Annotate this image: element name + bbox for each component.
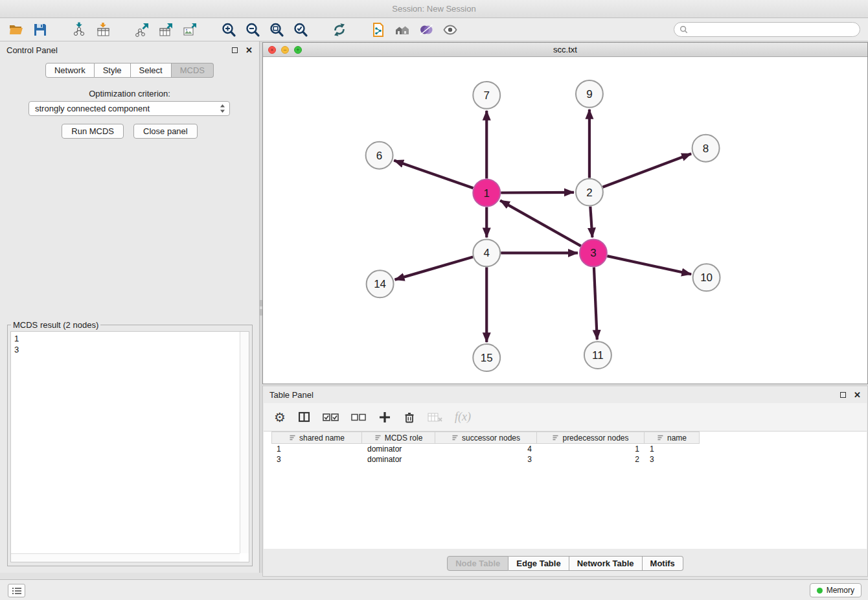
svg-text:1: 1	[484, 187, 490, 200]
memory-button[interactable]: Memory	[810, 583, 862, 597]
optimization-label: Optimization criterion:	[0, 89, 259, 98]
zoom-out-button[interactable]	[243, 21, 262, 39]
import-network-icon	[71, 22, 87, 38]
import-network-button[interactable]	[69, 21, 89, 39]
task-history-button[interactable]	[8, 584, 25, 597]
show-graphics-details-button[interactable]	[440, 21, 460, 39]
graph-edge-4-14[interactable]	[395, 257, 474, 279]
search-input[interactable]	[691, 25, 854, 34]
delete-table-button-disabled[interactable]	[428, 412, 443, 422]
float-table-panel-icon[interactable]	[840, 392, 846, 398]
graph-node-1[interactable]: 1	[473, 179, 500, 207]
tab-select[interactable]: Select	[131, 63, 172, 78]
graph-edge-2-3[interactable]	[590, 207, 592, 238]
network-window-titlebar[interactable]: × − + scc.txt	[263, 43, 867, 57]
select-all-columns-button[interactable]	[323, 412, 339, 422]
column-header-mcds-role[interactable]: MCDS role	[362, 432, 435, 444]
graph-node-4[interactable]: 4	[473, 239, 500, 266]
graph-edge-3-11[interactable]	[594, 267, 597, 340]
tab-network[interactable]: Network	[45, 63, 95, 78]
open-session-button[interactable]	[6, 21, 26, 39]
zoom-fit-button[interactable]	[267, 21, 286, 39]
export-network-icon	[134, 22, 150, 38]
export-table-button[interactable]	[156, 21, 176, 39]
graph-node-11[interactable]: 11	[584, 341, 611, 369]
zoom-in-button[interactable]	[219, 21, 238, 39]
tab-network-table[interactable]: Network Table	[569, 556, 643, 571]
table-row[interactable]: 3dominator323	[271, 454, 867, 465]
table-settings-button[interactable]: ⚙	[274, 411, 286, 424]
table-cell: 3	[271, 454, 362, 465]
column-header-shared-name[interactable]: shared name	[271, 432, 362, 444]
minimize-window-icon[interactable]: −	[281, 46, 289, 54]
create-column-button[interactable]	[378, 411, 391, 424]
graph-edge-2-8[interactable]	[602, 154, 691, 187]
tab-motifs[interactable]: Motifs	[643, 556, 683, 571]
export-network-button[interactable]	[132, 21, 152, 39]
run-mcds-button[interactable]: Run MCDS	[62, 124, 124, 139]
criterion-dropdown[interactable]: strongly connected component	[29, 101, 230, 116]
graph-node-10[interactable]: 10	[693, 264, 720, 291]
control-panel: Control Panel ✕ NetworkStyleSelectMCDS O…	[0, 41, 260, 573]
clone-network-button[interactable]	[369, 21, 388, 39]
column-header-name[interactable]: name	[645, 432, 700, 444]
close-panel-button[interactable]: Close panel	[133, 124, 198, 139]
graph-node-3[interactable]: 3	[580, 239, 607, 266]
window-title: Session: New Session	[0, 0, 868, 18]
graph-node-8[interactable]: 8	[692, 135, 720, 162]
show-columns-button[interactable]	[297, 410, 311, 424]
mcds-result-title: MCDS result (2 nodes)	[11, 320, 100, 330]
result-vertical-scrollbar[interactable]	[240, 332, 249, 553]
network-canvas[interactable]: 1234678910111415	[263, 57, 867, 384]
graph-node-14[interactable]: 14	[367, 270, 394, 297]
close-window-icon[interactable]: ×	[268, 46, 276, 54]
houses-icon	[394, 22, 410, 38]
home-layouts-button[interactable]	[393, 21, 412, 39]
graph-node-7[interactable]: 7	[473, 82, 500, 109]
delete-column-button[interactable]	[403, 411, 416, 424]
graph-node-15[interactable]: 15	[473, 344, 500, 371]
graph-edge-1-2[interactable]	[501, 192, 574, 193]
graph-edge-3-10[interactable]	[607, 256, 691, 274]
zoom-out-icon	[245, 22, 260, 38]
network-graph: 1234678910111415	[263, 57, 867, 384]
save-session-button[interactable]	[30, 21, 50, 39]
column-header-predecessor-nodes[interactable]: predecessor nodes	[537, 432, 645, 444]
tab-mcds[interactable]: MCDS	[172, 63, 214, 78]
tab-edge-table[interactable]: Edge Table	[508, 556, 569, 571]
search-field[interactable]	[674, 22, 860, 37]
svg-text:10: 10	[700, 271, 713, 284]
delete-table-icon	[428, 412, 443, 422]
tab-style[interactable]: Style	[95, 63, 131, 78]
zoom-window-icon[interactable]: +	[294, 46, 302, 54]
table-cell: 3	[645, 454, 700, 465]
import-table-button[interactable]	[93, 21, 113, 39]
result-horizontal-scrollbar[interactable]	[11, 553, 240, 562]
mcds-result-area: 1 3	[10, 331, 249, 562]
tab-node-table[interactable]: Node Table	[447, 556, 508, 571]
float-panel-icon[interactable]	[232, 47, 238, 53]
table-row[interactable]: 1dominator411	[271, 444, 867, 454]
clone-network-icon	[371, 22, 386, 38]
unselect-all-columns-button[interactable]	[351, 413, 367, 422]
function-builder-button-disabled[interactable]: f(x)	[455, 410, 471, 424]
apply-style-button[interactable]	[417, 21, 436, 39]
main-toolbar	[0, 18, 868, 41]
mcds-result-groupbox: MCDS result (2 nodes) 1 3	[7, 320, 253, 566]
column-header-successor-nodes[interactable]: successor nodes	[435, 432, 537, 444]
graph-edge-3-1[interactable]	[500, 200, 581, 246]
criterion-value: strongly connected component	[35, 104, 220, 113]
refresh-layout-button[interactable]	[330, 21, 349, 39]
export-image-button[interactable]	[180, 21, 200, 39]
graph-node-2[interactable]: 2	[576, 179, 603, 206]
graph-node-6[interactable]: 6	[366, 142, 393, 169]
close-panel-icon[interactable]: ✕	[246, 45, 253, 55]
graph-edge-1-6[interactable]	[394, 161, 473, 189]
network-window-title: scc.txt	[553, 45, 577, 54]
list-icon	[12, 587, 22, 595]
graph-node-9[interactable]: 9	[576, 80, 603, 108]
zoom-selected-button[interactable]	[291, 21, 310, 39]
memory-label: Memory	[827, 586, 854, 595]
table-cell: dominator	[362, 454, 435, 465]
close-table-panel-icon[interactable]: ✕	[854, 390, 861, 400]
